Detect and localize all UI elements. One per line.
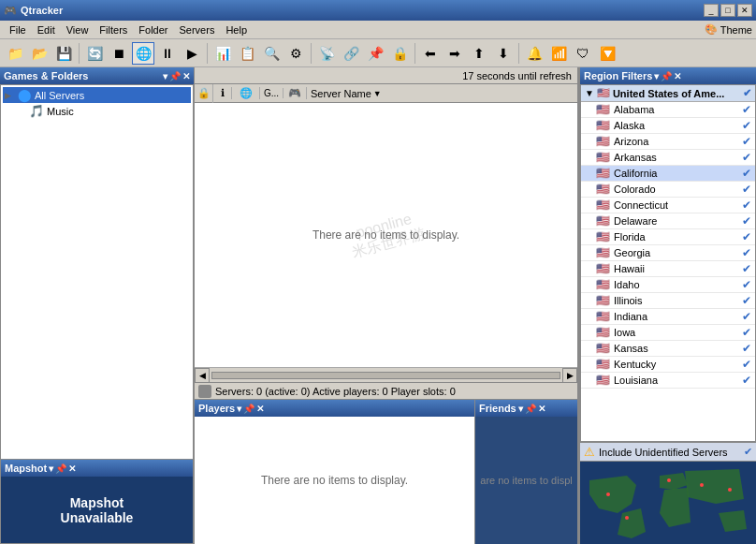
menu-view[interactable]: View xyxy=(61,22,94,37)
region-item-california[interactable]: 🇺🇸 California ✔ xyxy=(581,166,755,182)
region-item-kansas[interactable]: 🇺🇸 Kansas ✔ xyxy=(581,341,755,357)
scroll-left-btn[interactable]: ◀ xyxy=(195,368,210,383)
region-close[interactable]: ✕ xyxy=(674,71,681,81)
col-g[interactable]: G... xyxy=(260,88,284,98)
toolbar-btn-10[interactable]: 📋 xyxy=(236,42,258,65)
tree-item-all-servers[interactable]: ▶ ⬤ All Servers xyxy=(3,87,191,103)
toolbar-btn-14[interactable]: 🔗 xyxy=(340,42,362,65)
friends-pin[interactable]: 📌 xyxy=(525,404,536,414)
menu-folder[interactable]: Folder xyxy=(133,22,173,37)
state-label-delaware: Delaware xyxy=(614,215,657,227)
check-arkansas[interactable]: ✔ xyxy=(742,151,751,164)
check-hawaii[interactable]: ✔ xyxy=(742,262,751,275)
group-expand-icon[interactable]: ▼ xyxy=(585,88,594,98)
toolbar-refresh[interactable]: 🔄 xyxy=(83,42,106,65)
toolbar-btn-5[interactable]: ⏹ xyxy=(108,42,130,65)
toolbar-btn-8[interactable]: ▶ xyxy=(181,42,203,65)
region-item-georgia[interactable]: 🇺🇸 Georgia ✔ xyxy=(581,245,755,261)
friends-dropdown[interactable]: ▾ xyxy=(518,404,523,414)
close-button[interactable]: ✕ xyxy=(737,4,752,17)
toolbar-btn-12[interactable]: ⚙ xyxy=(284,42,307,65)
toolbar-filter[interactable]: 🔽 xyxy=(596,42,618,65)
check-colorado[interactable]: ✔ xyxy=(742,183,751,196)
players-pin[interactable]: 📌 xyxy=(243,404,254,414)
toolbar-btn-7[interactable]: ⏸ xyxy=(156,42,179,65)
menu-servers[interactable]: Servers xyxy=(174,22,221,37)
maximize-button[interactable]: □ xyxy=(720,4,735,17)
region-dropdown[interactable]: ▾ xyxy=(654,71,659,81)
toolbar-btn-13[interactable]: 📡 xyxy=(315,42,338,65)
toolbar-btn-3[interactable]: 💾 xyxy=(52,42,75,65)
minimize-button[interactable]: _ xyxy=(704,4,719,17)
toolbar-btn-19[interactable]: ⬆ xyxy=(468,42,490,65)
menu-help[interactable]: Help xyxy=(220,22,253,37)
region-item-delaware[interactable]: 🇺🇸 Delaware ✔ xyxy=(581,213,755,229)
games-panel-close[interactable]: ✕ xyxy=(182,71,190,81)
tree-item-music[interactable]: 🎵 Music xyxy=(3,103,191,119)
region-item-arkansas[interactable]: 🇺🇸 Arkansas ✔ xyxy=(581,150,755,166)
menu-file[interactable]: File xyxy=(4,22,32,37)
check-indiana[interactable]: ✔ xyxy=(742,310,751,323)
col-server-name[interactable]: Server Name ▼ xyxy=(307,88,577,99)
toolbar-btn-20[interactable]: ⬇ xyxy=(492,42,515,65)
region-item-colorado[interactable]: 🇺🇸 Colorado ✔ xyxy=(581,182,755,198)
toolbar-btn-9[interactable]: 📊 xyxy=(211,42,234,65)
games-panel-pin[interactable]: 📌 xyxy=(169,71,181,81)
mapshot-pin[interactable]: 📌 xyxy=(55,463,66,474)
check-georgia[interactable]: ✔ xyxy=(742,246,751,259)
check-california[interactable]: ✔ xyxy=(742,167,751,180)
check-kansas[interactable]: ✔ xyxy=(742,342,751,355)
toolbar-btn-23[interactable]: 🛡 xyxy=(572,42,594,65)
region-item-illinois[interactable]: 🇺🇸 Illinois ✔ xyxy=(581,293,755,309)
region-item-alabama[interactable]: 🇺🇸 Alabama ✔ xyxy=(581,102,755,118)
check-kentucky[interactable]: ✔ xyxy=(742,358,751,371)
toolbar-btn-18[interactable]: ➡ xyxy=(443,42,466,65)
col-lock-icon: 🔒 xyxy=(195,84,213,103)
check-illinois[interactable]: ✔ xyxy=(742,294,751,307)
region-item-idaho[interactable]: 🇺🇸 Idaho ✔ xyxy=(581,277,755,293)
check-florida[interactable]: ✔ xyxy=(742,230,751,243)
toolbar-btn-17[interactable]: ⬅ xyxy=(419,42,442,65)
region-item-kentucky[interactable]: 🇺🇸 Kentucky ✔ xyxy=(581,357,755,373)
games-panel-dropdown[interactable]: ▾ xyxy=(163,71,167,81)
menu-edit[interactable]: Edit xyxy=(32,22,61,37)
region-item-alaska[interactable]: 🇺🇸 Alaska ✔ xyxy=(581,118,755,134)
unidentified-check[interactable]: ✔ xyxy=(744,446,752,458)
region-item-florida[interactable]: 🇺🇸 Florida ✔ xyxy=(581,229,755,245)
check-alabama[interactable]: ✔ xyxy=(742,103,751,116)
region-item-indiana[interactable]: 🇺🇸 Indiana ✔ xyxy=(581,309,755,325)
players-dropdown[interactable]: ▾ xyxy=(237,404,241,414)
toolbar-btn-11[interactable]: 🔍 xyxy=(260,42,283,65)
theme-button[interactable]: 🎨 Theme xyxy=(705,23,752,36)
toolbar-btn-1[interactable]: 📁 xyxy=(4,42,26,65)
scroll-right-btn[interactable]: ▶ xyxy=(562,368,577,383)
friends-close[interactable]: ✕ xyxy=(538,404,545,414)
toolbar-btn-6[interactable]: 🌐 xyxy=(132,42,154,65)
status-icon xyxy=(198,385,211,398)
check-connecticut[interactable]: ✔ xyxy=(742,198,751,212)
check-louisiana[interactable]: ✔ xyxy=(742,374,751,387)
toolbar-btn-22[interactable]: 📶 xyxy=(547,42,570,65)
region-pin[interactable]: 📌 xyxy=(661,71,672,81)
region-item-hawaii[interactable]: 🇺🇸 Hawaii ✔ xyxy=(581,261,755,277)
toolbar-btn-2[interactable]: 📂 xyxy=(28,42,51,65)
check-idaho[interactable]: ✔ xyxy=(742,278,751,291)
scroll-track[interactable] xyxy=(211,372,560,379)
check-alaska[interactable]: ✔ xyxy=(742,119,751,132)
region-item-connecticut[interactable]: 🇺🇸 Connecticut ✔ xyxy=(581,198,755,213)
region-item-iowa[interactable]: 🇺🇸 Iowa ✔ xyxy=(581,325,755,341)
region-list[interactable]: ▼ 🇺🇸 United States of Ame... ✔ 🇺🇸 Alabam… xyxy=(580,84,756,442)
menu-filters[interactable]: Filters xyxy=(94,22,133,37)
music-icon: 🎵 xyxy=(29,104,44,118)
toolbar-btn-15[interactable]: 📌 xyxy=(364,42,386,65)
mapshot-close[interactable]: ✕ xyxy=(68,463,76,474)
region-item-louisiana[interactable]: 🇺🇸 Louisiana ✔ xyxy=(581,373,755,389)
check-iowa[interactable]: ✔ xyxy=(742,326,751,339)
check-delaware[interactable]: ✔ xyxy=(742,214,751,228)
players-close[interactable]: ✕ xyxy=(256,404,264,414)
toolbar-btn-21[interactable]: 🔔 xyxy=(523,42,545,65)
region-item-arizona[interactable]: 🇺🇸 Arizona ✔ xyxy=(581,134,755,150)
check-arizona[interactable]: ✔ xyxy=(742,135,751,148)
toolbar-btn-16[interactable]: 🔒 xyxy=(388,42,411,65)
mapshot-dropdown[interactable]: ▾ xyxy=(49,463,53,474)
